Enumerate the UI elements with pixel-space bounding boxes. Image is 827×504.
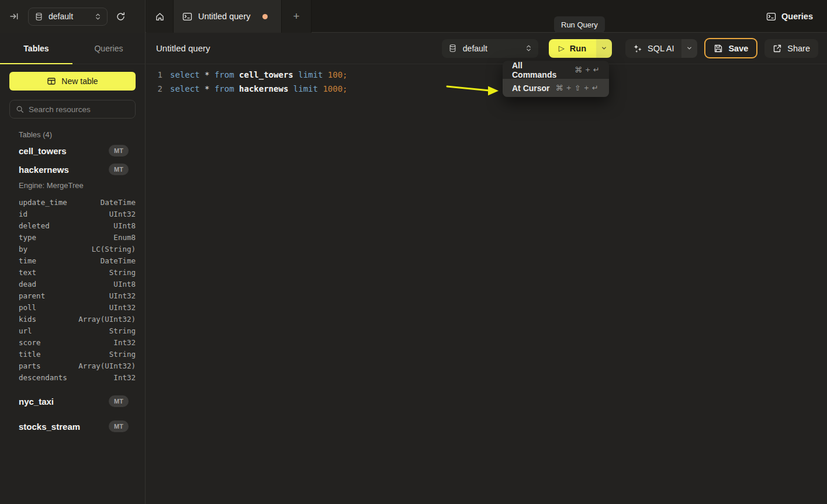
sql-ai-button: SQL AI	[625, 39, 697, 58]
column-name: text	[19, 268, 36, 277]
sidebar-tab-tables[interactable]: Tables	[0, 33, 72, 64]
engine-badge: MT	[109, 145, 129, 157]
tab-home[interactable]	[146, 0, 174, 33]
table-row[interactable]: nyc_taxiMT	[0, 392, 145, 411]
query-toolbar: Untitled query default ▷ Run SQL AI	[146, 33, 827, 64]
new-tab-button[interactable]: +	[282, 0, 312, 33]
column-type: LC(String)	[92, 245, 136, 253]
menu-item-label: All Commands	[512, 61, 569, 79]
table-grid-icon	[47, 77, 56, 86]
code-line[interactable]: 1select * from cell_towers limit 100;	[146, 68, 827, 82]
database-selector-topbar[interactable]: default	[28, 8, 108, 26]
engine-badge: MT	[109, 395, 129, 407]
key-glyph: ⌘	[575, 65, 582, 74]
search-input[interactable]	[29, 105, 129, 114]
database-selector-toolbar[interactable]: default	[442, 39, 538, 58]
sidebar-tab-tables-label: Tables	[23, 44, 49, 53]
column-name: title	[19, 350, 41, 359]
run-button: ▷ Run	[549, 39, 612, 58]
column-row: update_timeDateTime	[19, 196, 136, 208]
column-row: deadUInt8	[19, 278, 136, 290]
terminal-icon	[182, 12, 192, 22]
share-button[interactable]: Share	[764, 39, 818, 58]
column-type: String	[109, 326, 136, 335]
terminal-icon	[766, 12, 776, 22]
column-name: poll	[19, 303, 36, 312]
column-row: urlString	[19, 325, 136, 336]
column-type: UInt32	[109, 291, 136, 300]
query-title: Untitled query	[156, 43, 210, 53]
column-type: String	[109, 268, 136, 277]
column-row: descendantsInt32	[19, 371, 136, 383]
column-name: kids	[19, 315, 36, 324]
column-type: Int32	[113, 373, 136, 382]
unsaved-dot	[262, 14, 268, 19]
table-name: hackernews	[19, 165, 69, 175]
sidebar-tab-queries-label: Queries	[94, 44, 123, 53]
collapse-sidebar-icon[interactable]	[9, 12, 19, 21]
key-glyph: ⇧	[575, 84, 581, 92]
key-glyph: ↵	[593, 65, 600, 74]
share-icon	[773, 44, 782, 53]
tab-untitled-query[interactable]: Untitled query	[174, 0, 282, 33]
chevron-down-icon	[601, 45, 607, 51]
search-box	[9, 100, 136, 119]
database-selector-value: default	[463, 44, 520, 53]
code-area: 1select * from cell_towers limit 100;2se…	[146, 68, 827, 96]
run-query-tooltip: Run Query	[554, 16, 605, 33]
column-row: timeDateTime	[19, 255, 136, 266]
column-type: Int32	[113, 338, 136, 347]
code-text: select * from cell_towers limit 100;	[170, 70, 348, 79]
save-button-label: Save	[728, 44, 748, 53]
engine-badge: MT	[109, 164, 129, 175]
queries-button[interactable]: Queries	[766, 0, 813, 33]
sql-editor[interactable]: 1select * from cell_towers limit 100;2se…	[146, 64, 827, 504]
sidebar-header: default	[0, 0, 146, 33]
sql-ai-dropdown[interactable]	[681, 39, 697, 58]
database-icon	[448, 44, 457, 53]
sparkles-icon	[633, 44, 642, 53]
shortcut-keys: ⌘+↵	[575, 65, 600, 74]
column-type: UInt32	[109, 210, 136, 218]
table-columns-list: update_timeDateTimeidUInt32deletedUInt8t…	[0, 192, 145, 385]
save-button[interactable]: Save	[704, 38, 757, 58]
home-icon	[155, 12, 165, 22]
run-menu-item[interactable]: At Cursor⌘+⇧+↵	[503, 79, 609, 97]
queries-button-label: Queries	[781, 12, 813, 21]
run-button-label: Run	[570, 44, 586, 53]
table-engine-label: Engine: MergeTree	[0, 179, 145, 192]
run-button-main[interactable]: ▷ Run	[549, 39, 596, 58]
column-name: id	[19, 210, 27, 218]
plus-separator: +	[585, 66, 590, 74]
table-name: stocks_stream	[19, 422, 80, 432]
column-name: descendants	[19, 373, 67, 382]
column-row: parentUInt32	[19, 290, 136, 301]
refresh-icon[interactable]	[116, 12, 126, 22]
column-row: deletedUInt8	[19, 220, 136, 231]
column-row: textString	[19, 266, 136, 278]
column-type: Array(UInt32)	[78, 362, 136, 370]
run-menu-item[interactable]: All Commands⌘+↵	[503, 61, 609, 79]
column-name: parts	[19, 362, 41, 370]
tables-list: cell_towersMThackernewsMTEngine: MergeTr…	[0, 141, 145, 436]
sql-ai-button-main[interactable]: SQL AI	[625, 39, 681, 58]
table-row[interactable]: cell_towersMT	[0, 141, 145, 160]
column-type: UInt8	[113, 280, 136, 289]
column-row: idUInt32	[19, 208, 136, 220]
chevron-updown-icon	[525, 44, 532, 52]
chevron-updown-icon	[95, 13, 101, 20]
column-name: score	[19, 338, 41, 347]
plus-separator: +	[566, 84, 572, 92]
table-row[interactable]: stocks_streamMT	[0, 417, 145, 436]
sql-ai-button-label: SQL AI	[648, 44, 674, 53]
column-type: String	[109, 350, 136, 359]
table-name: cell_towers	[19, 146, 67, 156]
sidebar-tab-queries[interactable]: Queries	[72, 33, 145, 64]
column-name: url	[19, 326, 32, 335]
table-row[interactable]: hackernewsMT	[0, 160, 145, 179]
new-table-button[interactable]: New table	[9, 72, 136, 91]
code-line[interactable]: 2select * from hackernews limit 1000;	[146, 82, 827, 96]
column-name: update_time	[19, 198, 67, 207]
run-button-dropdown[interactable]	[596, 39, 612, 58]
play-icon: ▷	[559, 44, 565, 53]
